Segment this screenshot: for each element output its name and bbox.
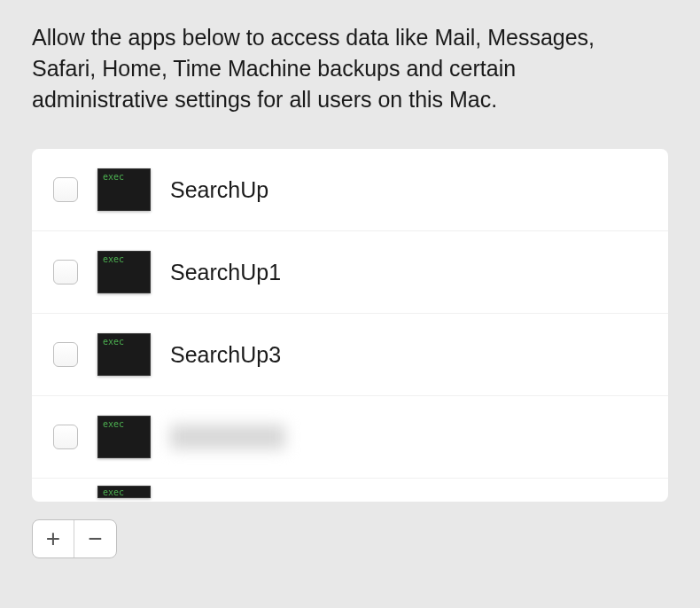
exec-label: exec xyxy=(103,337,124,347)
terminal-exec-icon: exec xyxy=(97,486,151,498)
app-name-label-blurred xyxy=(170,425,285,449)
add-remove-group: + − xyxy=(32,519,117,558)
exec-label: exec xyxy=(103,419,124,429)
app-checkbox[interactable] xyxy=(53,425,78,449)
add-remove-button-bar: + − xyxy=(32,519,668,558)
exec-label: exec xyxy=(103,254,124,264)
app-row[interactable]: exec SearchUp xyxy=(32,149,668,231)
app-row[interactable]: exec xyxy=(32,396,668,479)
app-row[interactable]: exec SearchUp3 xyxy=(32,314,668,396)
exec-label: exec xyxy=(103,487,124,497)
terminal-exec-icon: exec xyxy=(97,251,151,293)
terminal-exec-icon: exec xyxy=(97,168,151,211)
exec-label: exec xyxy=(103,172,124,182)
app-name-label: SearchUp xyxy=(170,177,268,203)
full-disk-access-description: Allow the apps below to access data like… xyxy=(32,22,652,115)
remove-button[interactable]: − xyxy=(74,520,116,557)
app-name-label: SearchUp1 xyxy=(170,260,281,285)
app-row[interactable]: exec SearchUp1 xyxy=(32,231,668,314)
add-button[interactable]: + xyxy=(33,520,74,557)
app-checkbox[interactable] xyxy=(53,342,78,367)
app-name-label: SearchUp3 xyxy=(170,342,281,368)
terminal-exec-icon: exec xyxy=(97,416,151,458)
app-row-partial[interactable]: exec xyxy=(32,479,668,502)
terminal-exec-icon: exec xyxy=(97,333,151,376)
app-checkbox[interactable] xyxy=(53,260,78,285)
app-list: exec SearchUp exec SearchUp1 exec Search… xyxy=(32,149,668,502)
app-checkbox[interactable] xyxy=(53,177,78,202)
